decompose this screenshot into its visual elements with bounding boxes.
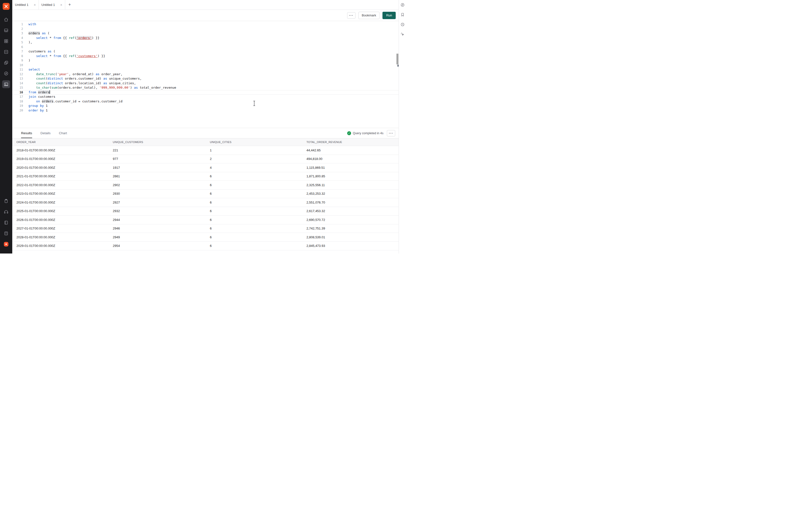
editor-line[interactable]: 18 on orders.customer_id = customers.cus… bbox=[12, 99, 399, 104]
headset-icon[interactable] bbox=[2, 208, 10, 216]
table-row[interactable]: 2018-01-01T00:00:00.000Z221144,442.65 bbox=[12, 146, 399, 155]
dbt-logo-icon[interactable] bbox=[2, 240, 10, 248]
column-header[interactable]: ORDER_YEAR bbox=[16, 140, 113, 144]
table-cell: 2661 bbox=[113, 174, 210, 178]
table-row[interactable]: 2029-01-01T00:00:00.000Z295462,845,473.9… bbox=[12, 242, 399, 250]
results-panel: Results Details Chart ✓ Query completed … bbox=[12, 128, 399, 253]
column-header[interactable]: UNIQUE_CUSTOMERS bbox=[113, 140, 210, 144]
clipboard-icon[interactable] bbox=[2, 197, 10, 205]
table-cell: 2,617,453.32 bbox=[306, 209, 399, 213]
table-cell: 1 bbox=[210, 149, 306, 152]
editor-line[interactable]: 1with bbox=[12, 22, 399, 27]
editor-line[interactable]: 6 bbox=[12, 45, 399, 50]
editor-line[interactable]: 2 bbox=[12, 27, 399, 31]
table-cell: 2944 bbox=[113, 218, 210, 222]
table-row[interactable]: 2025-01-01T00:00:00.000Z293262,617,453.3… bbox=[12, 207, 399, 216]
scrollbar-annotation bbox=[397, 65, 399, 67]
tab-chart[interactable]: Chart bbox=[59, 128, 67, 138]
bookmark-button[interactable]: Bookmark bbox=[358, 12, 380, 19]
line-number: 13 bbox=[12, 76, 23, 81]
more-options-button[interactable]: ··· bbox=[347, 12, 355, 19]
table-cell: 2949 bbox=[113, 235, 210, 239]
table-row[interactable]: 2021-01-01T00:00:00.000Z266161,871,800.8… bbox=[12, 172, 399, 181]
table-row[interactable]: 2027-01-01T00:00:00.000Z294662,742,751.3… bbox=[12, 224, 399, 233]
column-header[interactable]: UNIQUE_CITIES bbox=[210, 140, 306, 144]
table-cell: 2,551,076.70 bbox=[306, 201, 399, 204]
code-text: group by 1 bbox=[23, 104, 48, 108]
editor-line[interactable]: 14 count(distinct orders.location_id) as… bbox=[12, 81, 399, 86]
calculator-icon[interactable] bbox=[2, 229, 10, 237]
code-text: select * from {{ ref('orders') }} bbox=[23, 36, 100, 41]
table-row[interactable]: 2024-01-01T00:00:00.000Z292762,551,076.7… bbox=[12, 198, 399, 207]
editor-line[interactable]: 9) bbox=[12, 58, 399, 63]
code-editor-icon[interactable] bbox=[2, 48, 10, 56]
editor-line[interactable]: 11select bbox=[12, 67, 399, 72]
tab-results[interactable]: Results bbox=[21, 128, 32, 138]
editor-line[interactable]: 15 to_char(sum(orders.order_total), '999… bbox=[12, 86, 399, 90]
editor-scrollbar[interactable] bbox=[396, 21, 399, 128]
editor-lines: 1with23orders as (4 select * from {{ ref… bbox=[12, 22, 399, 113]
table-row[interactable]: 2028-01-01T00:00:00.000Z294962,808,539.0… bbox=[12, 233, 399, 242]
results-header-row: ORDER_YEARUNIQUE_CUSTOMERSUNIQUE_CITIEST… bbox=[12, 138, 399, 146]
table-cell: 2902 bbox=[113, 183, 210, 187]
table-cell: 2019-01-01T00:00:00.000Z bbox=[16, 157, 113, 161]
tabs-holder: Untitled 1×Untitled 1× bbox=[12, 0, 65, 9]
editor-line[interactable]: 16from orders bbox=[12, 90, 399, 95]
table-row[interactable]: 2022-01-01T00:00:00.000Z290262,325,556.1… bbox=[12, 181, 399, 189]
new-tab-button[interactable]: + bbox=[65, 0, 74, 9]
code-text: date_trunc('year', ordered_at) as order_… bbox=[23, 72, 122, 77]
table-row[interactable]: 2019-01-01T00:00:00.000Z9772494,818.00 bbox=[12, 155, 399, 164]
editor-line[interactable]: 12 date_trunc('year', ordered_at) as ord… bbox=[12, 72, 399, 77]
table-cell: 2023-01-01T00:00:00.000Z bbox=[16, 192, 113, 195]
editor-toolbar: ··· Bookmark Run bbox=[12, 10, 399, 21]
close-tab-icon[interactable]: × bbox=[34, 3, 36, 7]
main-area: Untitled 1×Untitled 1× + ··· Bookmark Ru… bbox=[12, 0, 399, 253]
table-cell: 221 bbox=[113, 149, 210, 152]
table-row[interactable]: 2023-01-01T00:00:00.000Z293062,453,253.3… bbox=[12, 189, 399, 199]
windows-icon[interactable] bbox=[2, 59, 10, 67]
history-icon[interactable] bbox=[400, 21, 406, 27]
editor-line[interactable]: 5), bbox=[12, 40, 399, 45]
table-row[interactable]: 2030-01-01T00:00:00.000Z287961,841,049.3… bbox=[12, 250, 399, 253]
scrollbar-thumb[interactable] bbox=[397, 54, 398, 64]
code-text: count(distinct orders.customer_id) as un… bbox=[23, 76, 142, 81]
tab-bar: Untitled 1×Untitled 1× + bbox=[12, 0, 399, 10]
pointer-click-icon[interactable] bbox=[400, 31, 406, 37]
editor-line[interactable]: 7customers as ( bbox=[12, 49, 399, 54]
table-cell: 2030-01-01T00:00:00.000Z bbox=[16, 253, 113, 253]
table-row[interactable]: 2020-01-01T00:00:00.000Z191741,115,869.5… bbox=[12, 163, 399, 172]
compass-icon[interactable] bbox=[2, 69, 10, 77]
editor-line[interactable]: 13 count(distinct orders.customer_id) as… bbox=[12, 76, 399, 81]
editor-tab[interactable]: Untitled 1× bbox=[12, 0, 39, 9]
explore-icon[interactable] bbox=[400, 2, 406, 8]
close-tab-icon[interactable]: × bbox=[60, 3, 62, 7]
editor-tab[interactable]: Untitled 1× bbox=[39, 0, 65, 9]
home-icon[interactable] bbox=[2, 16, 10, 23]
app-window: Untitled 1×Untitled 1× + ··· Bookmark Ru… bbox=[0, 0, 406, 253]
table-row[interactable]: 2026-01-01T00:00:00.000Z294462,690,570.7… bbox=[12, 216, 399, 224]
editor-line[interactable]: 19group by 1 bbox=[12, 104, 399, 108]
editor-line[interactable]: 20order by 1 bbox=[12, 108, 399, 113]
apps-grid-icon[interactable] bbox=[2, 37, 10, 45]
bookmark-icon[interactable] bbox=[400, 12, 406, 18]
terminal-icon[interactable] bbox=[2, 80, 10, 88]
code-text bbox=[23, 45, 29, 50]
column-header[interactable]: TOTAL_ORDER_REVENUE bbox=[306, 140, 399, 144]
table-cell: 2022-01-01T00:00:00.000Z bbox=[16, 183, 113, 187]
sql-editor[interactable]: 1with23orders as (4 select * from {{ ref… bbox=[12, 21, 399, 128]
tab-details[interactable]: Details bbox=[41, 128, 51, 138]
editor-line[interactable]: 4 select * from {{ ref('orders') }} bbox=[12, 36, 399, 41]
results-table-body: 2018-01-01T00:00:00.000Z221144,442.65201… bbox=[12, 146, 399, 253]
notebook-icon[interactable] bbox=[2, 219, 10, 227]
table-cell: 2932 bbox=[113, 209, 210, 213]
editor-line[interactable]: 17join customers bbox=[12, 95, 399, 99]
run-button[interactable]: Run bbox=[383, 12, 396, 19]
editor-line[interactable]: 10 bbox=[12, 63, 399, 68]
editor-line[interactable]: 8 select * from {{ ref('customers') }} bbox=[12, 54, 399, 59]
code-text: customers as ( bbox=[23, 49, 55, 54]
app-logo-icon[interactable] bbox=[3, 3, 9, 10]
editor-line[interactable]: 3orders as ( bbox=[12, 31, 399, 36]
table-cell: 6 bbox=[210, 244, 306, 247]
inbox-icon[interactable] bbox=[2, 26, 10, 34]
results-more-button[interactable]: ··· bbox=[387, 130, 395, 136]
